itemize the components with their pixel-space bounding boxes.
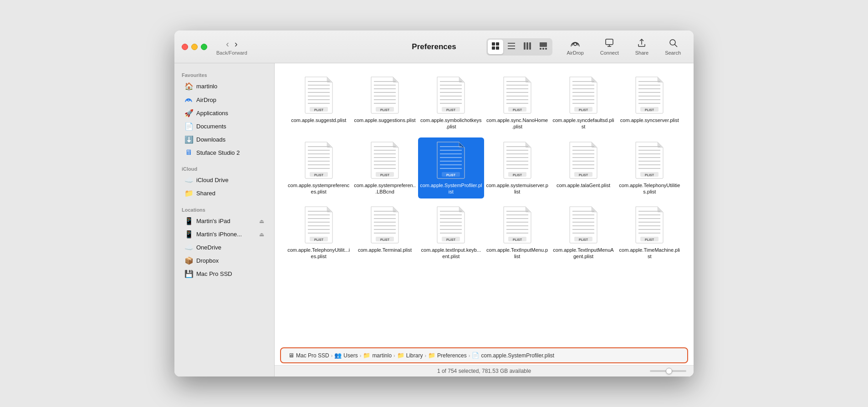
gallery-view-button[interactable]: [536, 40, 551, 54]
svg-text:PLIST: PLIST: [645, 173, 654, 177]
minimize-button[interactable]: [191, 44, 198, 50]
bc-library[interactable]: 📁 Library: [397, 352, 423, 359]
file-item[interactable]: PLIST com.apple.TelephonyUtilit...ies.pl…: [286, 202, 352, 264]
file-item[interactable]: PLIST com.apple.systempreferen...LBBcnd: [352, 137, 418, 199]
svg-rect-15: [606, 39, 613, 45]
eject-ipad-icon[interactable]: ⏏: [259, 218, 264, 224]
bc-users[interactable]: 👥 Users: [334, 352, 357, 359]
svg-text:PLIST: PLIST: [380, 238, 390, 241]
plist-icon: PLIST: [435, 141, 466, 179]
icloud-drive-icon: ☁️: [184, 176, 193, 184]
column-view-button[interactable]: [520, 40, 535, 54]
svg-rect-2: [492, 46, 495, 50]
sidebar-item-martins-ipad[interactable]: 📱 Martin's iPad ⏏: [177, 214, 271, 228]
file-item[interactable]: PLIST com.apple.sync.NanoHome.plist: [484, 72, 550, 134]
file-item[interactable]: PLIST com.apple.suggestd.plist: [286, 72, 352, 134]
svg-rect-4: [508, 43, 515, 44]
sidebar-label-martins-ipad: Martin's iPad: [196, 218, 230, 224]
file-name: com.apple.SystemProfiler.plist: [420, 182, 482, 195]
file-item[interactable]: PLIST com.apple.systemuiserver.plist: [484, 137, 550, 199]
plist-icon: PLIST: [369, 76, 400, 114]
sidebar-item-dropbox[interactable]: 📦 Dropbox: [177, 254, 271, 267]
sidebar-item-martins-iphone[interactable]: 📱 Martin's iPhone... ⏏: [177, 228, 271, 241]
bc-mac-pro-ssd[interactable]: 🖥 Mac Pro SSD: [288, 352, 329, 359]
close-button[interactable]: [182, 44, 188, 50]
svg-text:PLIST: PLIST: [380, 173, 390, 177]
plist-icon: PLIST: [568, 141, 599, 179]
forward-button[interactable]: ›: [232, 38, 240, 49]
file-item[interactable]: PLIST com.apple.SystemProfiler.plist: [418, 137, 484, 199]
file-item[interactable]: PLIST com.apple.symbolichotkeys.plist: [418, 72, 484, 134]
search-icon: [668, 38, 678, 49]
svg-text:PLIST: PLIST: [513, 108, 522, 112]
file-name: com.apple.talaGent.plist: [557, 182, 610, 188]
sidebar-item-mac-pro-ssd[interactable]: 💾 Mac Pro SSD: [177, 267, 271, 280]
sidebar-item-downloads[interactable]: ⬇️ Downloads: [177, 133, 271, 146]
sidebar-item-shared[interactable]: 📁 Shared: [177, 187, 271, 200]
sidebar-item-applications[interactable]: 🚀 Applications: [177, 107, 271, 120]
svg-line-19: [674, 45, 677, 47]
slider-thumb[interactable]: [666, 368, 672, 374]
plist-icon: PLIST: [502, 141, 533, 179]
file-item[interactable]: PLIST com.apple.TextInputMenuAgent.plist: [550, 202, 616, 264]
maximize-button[interactable]: [201, 44, 207, 50]
sidebar-item-icloud-drive[interactable]: ☁️ iCloud Drive: [177, 173, 271, 187]
svg-rect-0: [492, 42, 495, 46]
svg-rect-1: [496, 42, 499, 46]
plist-icon: PLIST: [634, 76, 665, 114]
file-item[interactable]: PLIST com.apple.syncserver.plist: [617, 72, 683, 134]
file-item[interactable]: PLIST com.apple.TextInputMenu.plist: [484, 202, 550, 264]
svg-text:PLIST: PLIST: [446, 108, 456, 112]
svg-rect-11: [540, 48, 541, 50]
eject-iphone-icon[interactable]: ⏏: [259, 231, 264, 238]
file-item[interactable]: PLIST com.apple.suggestions.plist: [352, 72, 418, 134]
file-item[interactable]: PLIST com.apple.systempreferences.plist: [286, 137, 352, 199]
bc-preferences-icon: 📁: [428, 352, 435, 359]
file-item[interactable]: PLIST com.apple.TimeMachine.plist: [617, 202, 683, 264]
nav-area: ‹ › Back/Forward: [216, 38, 247, 56]
content-area: PLIST com.apple.suggestd.plist PLIST com…: [275, 63, 694, 376]
bc-mac-pro-ssd-icon: 🖥: [288, 352, 294, 359]
share-icon: [637, 38, 647, 49]
downloads-icon: ⬇️: [184, 135, 193, 144]
svg-text:PLIST: PLIST: [513, 238, 522, 241]
svg-rect-9: [529, 42, 531, 50]
file-item[interactable]: PLIST com.apple.talaGent.plist: [550, 137, 616, 199]
file-name: com.apple.symbolichotkeys.plist: [420, 117, 482, 130]
bc-martinlo[interactable]: 📁 martinlo: [363, 352, 392, 359]
svg-point-18: [670, 40, 675, 45]
plist-icon: PLIST: [502, 206, 533, 244]
icloud-header: iCloud: [174, 163, 274, 173]
file-item[interactable]: PLIST com.apple.TelephonyUtilities.plist: [617, 137, 683, 199]
sidebar-item-martinlo[interactable]: 🏠 martinlo: [177, 80, 271, 93]
airdrop-label: AirDrop: [567, 50, 584, 56]
search-toolbar-button[interactable]: Search: [659, 36, 686, 57]
bc-preferences[interactable]: 📁 Preferences: [428, 352, 467, 359]
svg-text:PLIST: PLIST: [645, 238, 654, 241]
file-name: com.apple.systempreferen...LBBcnd: [353, 182, 416, 195]
back-button[interactable]: ‹: [223, 38, 232, 49]
zoom-slider[interactable]: [650, 370, 686, 372]
bc-file[interactable]: 📄 com.apple.SystemProfiler.plist: [472, 352, 554, 359]
svg-rect-6: [508, 48, 515, 49]
connect-toolbar-button[interactable]: Connect: [595, 36, 624, 57]
file-name: com.apple.systempreferences.plist: [287, 182, 350, 195]
mac-pro-ssd-icon: 💾: [184, 270, 193, 278]
sidebar-item-onedrive[interactable]: ☁️ OneDrive: [177, 241, 271, 254]
sidebar-label-mac-pro-ssd: Mac Pro SSD: [196, 270, 232, 277]
plist-icon: PLIST: [568, 76, 599, 114]
share-toolbar-button[interactable]: Share: [630, 36, 654, 57]
file-item[interactable]: PLIST com.apple.textInput.keyb...ent.pli…: [418, 202, 484, 264]
airdrop-toolbar-button[interactable]: AirDrop: [562, 36, 589, 57]
icon-view-button[interactable]: [488, 40, 503, 54]
file-item[interactable]: PLIST com.apple.syncdefaultsd.plist: [550, 72, 616, 134]
sidebar-label-stuface: Stuface Studio 2: [196, 149, 240, 156]
sidebar-item-documents[interactable]: 📄 Documents: [177, 120, 271, 133]
view-group: [486, 38, 552, 56]
svg-text:PLIST: PLIST: [380, 108, 390, 112]
sidebar-item-airdrop[interactable]: AirDrop: [177, 93, 271, 107]
svg-text:PLIST: PLIST: [446, 238, 456, 241]
list-view-button[interactable]: [504, 40, 519, 54]
sidebar-item-stuface[interactable]: 🖥 Stuface Studio 2: [177, 146, 271, 159]
file-item[interactable]: PLIST com.apple.Terminal.plist: [352, 202, 418, 264]
